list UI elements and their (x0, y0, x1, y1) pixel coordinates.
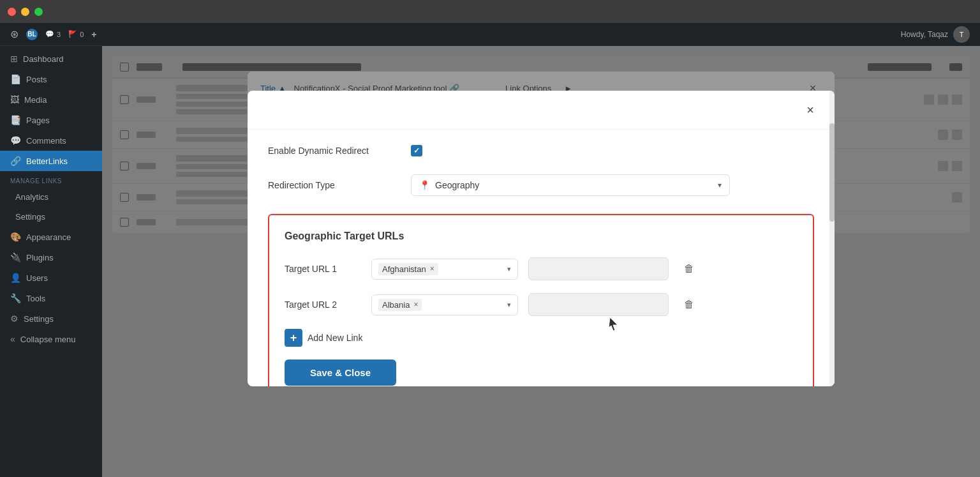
albania-remove-button[interactable]: × (413, 300, 418, 309)
sidebar-item-collapse[interactable]: « Collapse menu (0, 329, 102, 349)
sidebar-item-plugins[interactable]: 🔌 Plugins (0, 247, 102, 268)
target-url-2-row: Target URL 2 Albania × ▾ (285, 293, 798, 316)
pages-icon: 📑 (10, 115, 21, 125)
settings-icon: ⚙ (10, 314, 19, 324)
posts-icon: 📄 (10, 74, 21, 84)
sidebar-item-posts[interactable]: 📄 Posts (0, 69, 102, 89)
close-traffic-light[interactable] (8, 8, 16, 16)
afghanistan-label: Afghanistan (382, 264, 426, 274)
outer-modal: Title ▲ NotificationX - Social Proof Mar… (248, 72, 835, 386)
inner-modal-overlay: × Enable Dynamic Redirect (248, 72, 835, 386)
add-new-link-row: + Add New Link (285, 329, 798, 347)
target-url-1-label: Target URL 1 (285, 264, 361, 274)
sidebar-item-users[interactable]: 👤 Users (0, 268, 102, 288)
albania-label: Albania (382, 300, 410, 310)
collapse-icon: « (10, 334, 15, 344)
afghanistan-remove-button[interactable]: × (430, 264, 434, 273)
enable-dynamic-redirect-checkbox[interactable] (411, 145, 422, 156)
geo-target-urls-section: Geographic Target URLs Target URL 1 Afgh… (268, 214, 814, 386)
comments-icon: 💬 (10, 135, 21, 146)
sidebar-item-betterlinks[interactable]: 🔗 BetterLinks (0, 151, 102, 171)
add-new-link-text[interactable]: Add New Link (308, 333, 362, 343)
modal-overlay: Title ▲ NotificationX - Social Proof Mar… (102, 46, 980, 477)
fullscreen-traffic-light[interactable] (34, 8, 43, 16)
redirection-type-select[interactable]: 📍 Geography ▾ (411, 174, 730, 196)
sidebar-item-appearance[interactable]: 🎨 Appearance (0, 227, 102, 247)
modal-body: Enable Dynamic Redirect Redirection Type (248, 130, 835, 386)
sidebar-item-settings-sub[interactable]: Settings (0, 207, 102, 227)
main-content: Howdy, Taqaz T (102, 23, 980, 477)
appearance-icon: 🎨 (10, 232, 21, 242)
wp-logo-icon[interactable]: ⊛ (10, 28, 19, 40)
wp-top-bar: ⊛ BL 💬3 🚩0 + (0, 23, 102, 46)
redirection-type-control: 📍 Geography ▾ (411, 174, 814, 196)
minimize-traffic-light[interactable] (21, 8, 29, 16)
geography-icon: 📍 (419, 180, 430, 190)
save-close-button[interactable]: Save & Close (285, 360, 396, 386)
media-icon: 🖼 (10, 95, 19, 105)
flags-icon[interactable]: 🚩0 (68, 30, 84, 38)
sidebar-item-pages[interactable]: 📑 Pages (0, 110, 102, 130)
sidebar-item-dashboard[interactable]: ⊞ Dashboard (0, 49, 102, 69)
redirection-type-label: Redirection Type (268, 180, 396, 190)
afghanistan-tag: Afghanistan × (378, 263, 438, 275)
target-url-2-label: Target URL 2 (285, 299, 361, 310)
enable-dynamic-redirect-row: Enable Dynamic Redirect (268, 145, 814, 156)
chevron-down-icon: ▾ (718, 181, 722, 190)
geo-section-title: Geographic Target URLs (285, 231, 798, 242)
sidebar-menu: ⊞ Dashboard 📄 Posts 🖼 Media 📑 Pages 💬 Co… (0, 46, 102, 349)
avatar: T (953, 26, 970, 43)
dashboard-icon: ⊞ (10, 54, 18, 64)
enable-dynamic-redirect-label: Enable Dynamic Redirect (268, 146, 396, 156)
add-new-link-icon[interactable]: + (285, 329, 302, 347)
country-2-chevron-down-icon: ▾ (507, 301, 511, 309)
redirection-type-value: Geography (435, 180, 479, 190)
sidebar-item-media[interactable]: 🖼 Media (0, 89, 102, 110)
inner-modal: × Enable Dynamic Redirect (248, 91, 835, 386)
modal-scrollbar-thumb[interactable] (829, 123, 835, 222)
title-bar (0, 0, 980, 23)
sidebar: ⊛ BL 💬3 🚩0 + ⊞ Dashboard 📄 Posts (0, 23, 102, 477)
inner-modal-close-button[interactable]: × (801, 101, 819, 119)
modal-scrollbar[interactable] (829, 91, 835, 386)
howdy-text: Howdy, Taqaz (901, 30, 948, 39)
users-icon: 👤 (10, 273, 21, 283)
betterlinks-icon: 🔗 (10, 156, 21, 166)
sidebar-item-analytics[interactable]: Analytics (0, 187, 102, 207)
notifications-icon[interactable]: 💬3 (45, 30, 61, 38)
plugins-icon: 🔌 (10, 252, 21, 262)
target-url-1-delete-button[interactable]: 🗑 (679, 259, 699, 279)
enable-dynamic-redirect-control (411, 145, 814, 156)
target-url-2-delete-button[interactable]: 🗑 (679, 294, 699, 315)
inner-modal-header: × (248, 91, 835, 130)
target-url-1-input[interactable] (528, 257, 669, 280)
target-url-1-country-select[interactable]: Afghanistan × ▾ (371, 259, 518, 280)
betterlinks-top-icon[interactable]: BL (26, 29, 38, 40)
albania-tag: Albania × (378, 299, 422, 311)
target-url-2-country-select[interactable]: Albania × ▾ (371, 294, 518, 315)
sidebar-item-settings[interactable]: ⚙ Settings (0, 308, 102, 329)
wp-admin-bar: Howdy, Taqaz T (102, 23, 980, 46)
target-url-1-row: Target URL 1 Afghanistan × ▾ (285, 257, 798, 280)
tools-icon: 🔧 (10, 293, 21, 303)
sidebar-item-tools[interactable]: 🔧 Tools (0, 288, 102, 308)
target-url-2-input[interactable] (528, 293, 669, 316)
country-chevron-down-icon: ▾ (507, 265, 511, 273)
admin-bar-right: Howdy, Taqaz T (901, 26, 970, 43)
sidebar-item-comments[interactable]: 💬 Comments (0, 130, 102, 151)
manage-links-section: Manage Links (0, 171, 102, 187)
add-new-icon[interactable]: + (91, 29, 96, 40)
redirection-type-row: Redirection Type 📍 Geography ▾ (268, 174, 814, 196)
page-content: Title ▲ NotificationX - Social Proof Mar… (102, 46, 980, 477)
